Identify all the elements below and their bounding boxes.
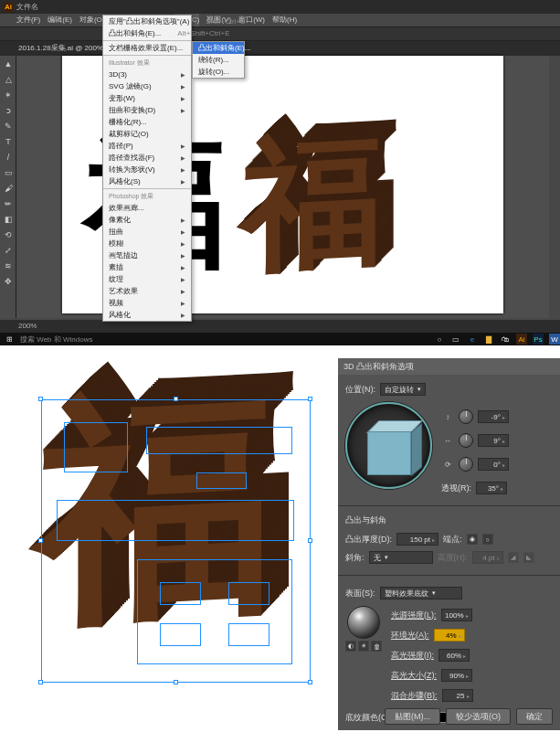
submenu-item[interactable]: 绕转(R)... (193, 54, 244, 66)
tool-rect[interactable]: ▭ (0, 164, 16, 180)
cap-off-icon[interactable]: ○ (482, 534, 493, 545)
bbox-handle[interactable] (38, 538, 43, 543)
ai-document-tab[interactable]: 2016.1.28采集.ai @ 200% (CMYK/预览) (0, 41, 560, 56)
bbox-handle[interactable] (174, 680, 178, 684)
light-preview[interactable] (347, 606, 380, 639)
rot-x-input[interactable]: -9° (478, 410, 509, 423)
submenu-item[interactable]: 旋转(O)... (193, 66, 244, 78)
cap-on-icon[interactable]: ◉ (467, 534, 478, 545)
menu-item[interactable]: 应用"凸出和斜角选项"(A)Shift+Ctrl+E (103, 16, 191, 27)
tool-line[interactable]: / (0, 149, 16, 164)
highlight-intensity-label: 高光强度(I): (391, 650, 434, 662)
menu-item[interactable]: 凸出和斜角(E)...Alt+Shift+Ctrl+E (103, 27, 191, 39)
ok-button[interactable]: 确定 (516, 708, 553, 725)
bbox-handle[interactable] (308, 538, 312, 543)
menu-item[interactable]: 3D(3) (103, 69, 191, 80)
panel-titlebar[interactable]: 3D 凸出和斜角选项 (338, 358, 560, 375)
tool-brush[interactable]: 🖌 (0, 180, 16, 196)
rot-y-input[interactable]: 9° (478, 434, 509, 447)
tb-edge-icon[interactable]: e (467, 334, 478, 345)
zoom-level[interactable]: 200% (18, 322, 37, 330)
light-new-icon[interactable]: ☀ (358, 641, 369, 652)
highlight-size-input[interactable]: 90% (441, 669, 472, 682)
tool-free[interactable]: ✥ (0, 273, 16, 289)
blend-steps-input[interactable]: 25 (442, 689, 473, 702)
menu-item[interactable]: SVG 滤镜(G) (103, 80, 191, 92)
menu-item[interactable]: 艺术效果 (103, 285, 191, 297)
menu-item[interactable]: 像素化 (103, 214, 191, 226)
map-art-button[interactable]: 贴图(M)... (385, 708, 440, 725)
bbox-handle[interactable] (38, 680, 43, 684)
tool-selection[interactable]: ▲ (0, 56, 16, 71)
light-intensity-input[interactable]: 100% (441, 609, 472, 621)
tb-cortana-icon[interactable]: ○ (434, 334, 445, 345)
tb-store-icon[interactable]: 🛍 (500, 334, 511, 345)
light-delete-icon[interactable]: 🗑 (371, 641, 382, 652)
bbox-handle[interactable] (174, 397, 178, 401)
menu-item[interactable]: 画笔描边 (103, 249, 191, 261)
tool-lasso[interactable]: ɔ (0, 102, 16, 118)
position-select[interactable]: 自定旋转 (380, 383, 426, 396)
start-button-icon[interactable]: ⊞ (4, 334, 15, 345)
menu-item[interactable]: 转换为形状(V) (103, 164, 191, 175)
tool-scale[interactable]: ⤢ (0, 242, 16, 258)
surface-select[interactable]: 塑料效果底纹 (380, 587, 462, 599)
menu-item[interactable]: 素描 (103, 261, 191, 273)
ai-logo-icon: Ai (3, 2, 14, 13)
tb-taskview-icon[interactable]: ▭ (450, 334, 461, 345)
bbox-handle[interactable] (38, 397, 43, 401)
tool-type[interactable]: T (0, 133, 16, 149)
tool-direct[interactable]: △ (0, 71, 16, 87)
perspective-input[interactable]: 35° (476, 482, 507, 494)
tb-ps-icon[interactable]: Ps (533, 334, 544, 345)
rot-z-input[interactable]: 0° (478, 458, 509, 471)
menu-item[interactable]: 扭曲和变换(D) (103, 104, 191, 116)
menu-help[interactable]: 帮助(H) (272, 14, 297, 27)
menu-item[interactable]: 文档栅格效果设置(E)... (103, 42, 191, 54)
menu-item[interactable]: 模糊 (103, 238, 191, 249)
fewer-options-button[interactable]: 较少选项(O) (446, 708, 511, 725)
tool-width[interactable]: ≋ (0, 258, 16, 273)
lower-canvas[interactable]: 福 (0, 358, 338, 730)
menu-item[interactable]: 效果画廊... (103, 202, 191, 214)
ambient-input[interactable]: 4% (434, 629, 465, 642)
menu-item[interactable]: 裁剪标记(O) (103, 128, 191, 140)
menu-object[interactable]: 对象(O) (79, 14, 105, 27)
menu-file[interactable]: 文件(F) (16, 14, 40, 27)
menu-item[interactable]: 纹理 (103, 273, 191, 285)
submenu-item[interactable]: 凸出和斜角(E)... (193, 42, 244, 54)
light-back-icon[interactable]: ◐ (345, 641, 356, 652)
bbox-handle[interactable] (308, 397, 312, 401)
menu-item[interactable]: 扭曲 (103, 226, 191, 238)
tool-rotate[interactable]: ⟲ (0, 227, 16, 242)
menu-item[interactable]: 变形(W) (103, 92, 191, 104)
rot-y-dial[interactable] (459, 433, 473, 448)
cube-preview[interactable] (345, 402, 432, 489)
menu-edit[interactable]: 编辑(E) (48, 14, 72, 27)
rot-z-dial[interactable] (459, 457, 473, 472)
depth-label: 凸出厚度(D): (345, 534, 392, 546)
menu-item[interactable]: 风格化(S) (103, 175, 191, 187)
bevel-select[interactable]: 无 (369, 551, 433, 564)
menu-item[interactable]: 视频 (103, 297, 191, 309)
tool-pen[interactable]: ✎ (0, 118, 16, 133)
tool-wand[interactable]: ✶ (0, 87, 16, 102)
effect-menu-dropdown: 应用"凸出和斜角选项"(A)Shift+Ctrl+E凸出和斜角(E)...Alt… (102, 15, 192, 322)
highlight-intensity-input[interactable]: 60% (438, 649, 470, 662)
taskbar-search[interactable]: 搜索 Web 和 Windows (20, 334, 92, 345)
menu-item[interactable]: 路径(P) (103, 140, 191, 152)
tb-ai-icon[interactable]: Ai (516, 334, 527, 345)
tool-eraser[interactable]: ◧ (0, 211, 16, 227)
tb-word-icon[interactable]: W (549, 334, 560, 345)
tool-pencil[interactable]: ✏ (0, 196, 16, 211)
rot-x-dial[interactable] (459, 409, 473, 424)
depth-input[interactable]: 150 pt (396, 533, 438, 546)
bevel-height-label: 高度(H): (438, 552, 468, 564)
tb-folder-icon[interactable]: ▇ (483, 334, 494, 345)
menu-item[interactable]: 风格化 (103, 309, 191, 321)
axis-x-icon: ↕ (441, 410, 454, 423)
bbox-handle[interactable] (308, 680, 312, 684)
menu-item[interactable]: 栅格化(R)... (103, 116, 191, 128)
menu-item[interactable]: 路径查找器(F) (103, 152, 191, 164)
extruded-fu-text[interactable]: 福 (241, 130, 377, 279)
